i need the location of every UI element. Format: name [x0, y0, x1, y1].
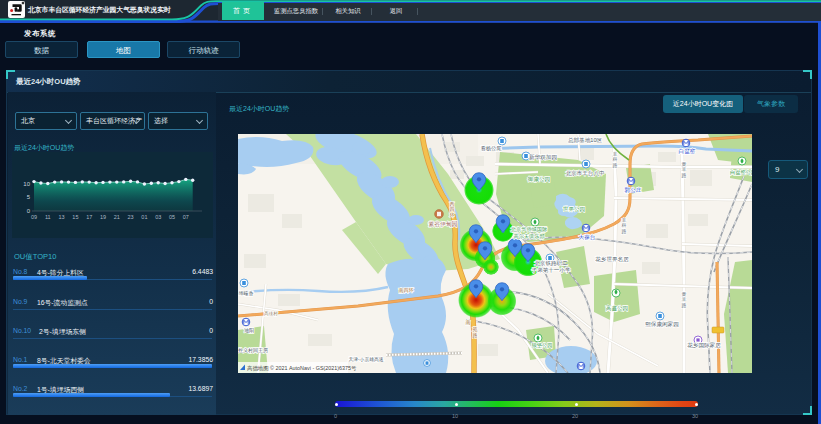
svg-text:世界公园: 世界公园 — [563, 206, 585, 212]
svg-text:03: 03 — [155, 214, 161, 220]
svg-text:北京市丰台八中: 北京市丰台八中 — [565, 170, 604, 177]
svg-text:御康公园: 御康公园 — [527, 176, 550, 183]
svg-text:路: 路 — [682, 302, 687, 308]
svg-text:北京华侨城国际: 北京华侨城国际 — [510, 226, 547, 233]
svg-text:天津-小京雄高速: 天津-小京雄高速 — [348, 356, 383, 362]
svg-text:看杨公尾: 看杨公尾 — [481, 145, 502, 152]
svg-text:高尔夫俱乐部: 高尔夫俱乐部 — [513, 233, 544, 240]
svg-text:拴义村回王房: 拴义村回王房 — [238, 347, 268, 354]
svg-text:紫谷伊甸园: 紫谷伊甸园 — [429, 221, 458, 228]
svg-text:花乡国际家居: 花乡国际家居 — [687, 342, 721, 349]
svg-text:南四环: 南四环 — [399, 287, 414, 294]
svg-text:09: 09 — [31, 214, 37, 220]
svg-text:南: 南 — [466, 319, 471, 325]
svg-text:高德地图 © 2021 AutoNavi - GS(2021: 高德地图 © 2021 AutoNavi - GS(2021)6375号 — [247, 365, 357, 372]
svg-text:白盆窑: 白盆窑 — [679, 148, 696, 155]
svg-text:北京铁路职工: 北京铁路职工 — [534, 260, 568, 267]
svg-text:05: 05 — [169, 214, 175, 220]
svg-text:郭公庄: 郭公庄 — [625, 187, 642, 194]
svg-text:路: 路 — [622, 228, 627, 234]
svg-text:17: 17 — [86, 214, 92, 220]
svg-text:21: 21 — [114, 214, 120, 220]
svg-text:埠疃香: 埠疃香 — [239, 290, 254, 297]
svg-text:07: 07 — [183, 214, 189, 220]
svg-text:熙保康闲家园: 熙保康闲家园 — [645, 321, 679, 328]
svg-text:高鑫公园: 高鑫公园 — [606, 305, 628, 312]
svg-text:子弟第十一小学: 子弟第十一小学 — [531, 267, 571, 274]
svg-text:大葆台: 大葆台 — [579, 234, 596, 241]
svg-text:13: 13 — [59, 214, 65, 220]
svg-text:路: 路 — [473, 332, 478, 338]
svg-text:环: 环 — [450, 212, 455, 218]
svg-text:总部基地10区: 总部基地10区 — [567, 137, 603, 144]
svg-text:10: 10 — [23, 181, 30, 187]
svg-text:15: 15 — [72, 214, 78, 220]
svg-text:新华双加园: 新华双加园 — [529, 154, 557, 160]
svg-text:23: 23 — [128, 214, 134, 220]
svg-text:路: 路 — [682, 172, 687, 178]
svg-text:19: 19 — [100, 214, 106, 220]
svg-text:11: 11 — [45, 214, 51, 220]
svg-text:花乡世界名居: 花乡世界名居 — [595, 256, 629, 263]
svg-text:迪阳: 迪阳 — [244, 327, 254, 334]
svg-text:路: 路 — [613, 162, 618, 168]
svg-text:5: 5 — [27, 194, 31, 200]
svg-text:狼垡公园: 狼垡公园 — [532, 342, 553, 349]
svg-text:01: 01 — [141, 214, 147, 220]
svg-text:白盆窑公园: 白盆窑公园 — [730, 169, 752, 176]
